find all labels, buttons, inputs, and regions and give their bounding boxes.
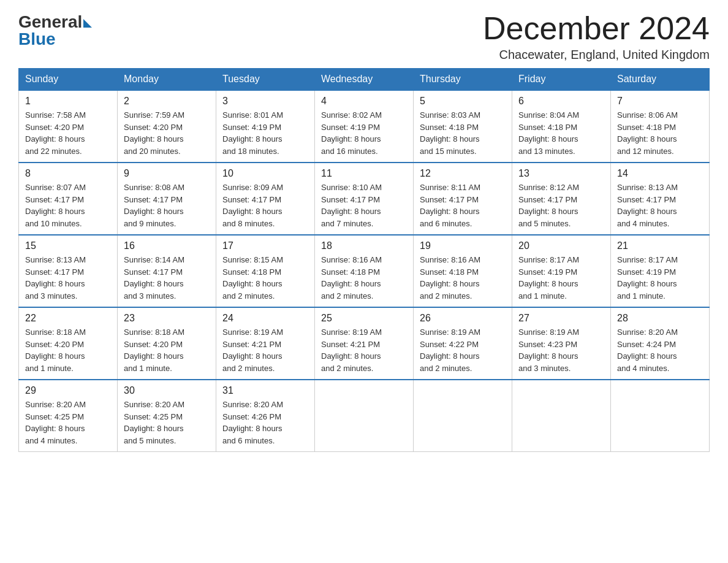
day-number: 17	[222, 240, 308, 251]
calendar-header-tuesday: Tuesday	[216, 69, 315, 91]
calendar-cell: 8Sunrise: 8:07 AMSunset: 4:17 PMDaylight…	[19, 163, 118, 235]
day-info: Sunrise: 8:18 AMSunset: 4:20 PMDaylight:…	[124, 326, 210, 374]
day-number: 2	[124, 96, 210, 107]
calendar-cell	[611, 380, 710, 452]
calendar-cell	[414, 380, 512, 452]
day-number: 19	[420, 240, 506, 251]
calendar-cell: 24Sunrise: 8:19 AMSunset: 4:21 PMDayligh…	[216, 307, 315, 380]
calendar-cell: 9Sunrise: 8:08 AMSunset: 4:17 PMDaylight…	[118, 163, 216, 235]
day-info: Sunrise: 8:19 AMSunset: 4:22 PMDaylight:…	[420, 326, 506, 374]
calendar-cell: 22Sunrise: 8:18 AMSunset: 4:20 PMDayligh…	[19, 307, 118, 380]
day-info: Sunrise: 8:20 AMSunset: 4:24 PMDaylight:…	[617, 326, 703, 374]
day-number: 29	[25, 385, 111, 396]
day-number: 24	[222, 313, 308, 324]
calendar-cell	[315, 380, 414, 452]
day-info: Sunrise: 8:06 AMSunset: 4:18 PMDaylight:…	[617, 109, 703, 157]
calendar-week-row: 29Sunrise: 8:20 AMSunset: 4:25 PMDayligh…	[19, 380, 710, 452]
day-number: 21	[617, 240, 703, 251]
calendar-header-wednesday: Wednesday	[315, 69, 414, 91]
day-number: 4	[321, 96, 407, 107]
day-info: Sunrise: 7:59 AMSunset: 4:20 PMDaylight:…	[124, 109, 210, 157]
calendar-cell: 30Sunrise: 8:20 AMSunset: 4:25 PMDayligh…	[118, 380, 216, 452]
day-info: Sunrise: 8:19 AMSunset: 4:23 PMDaylight:…	[518, 326, 604, 374]
day-number: 3	[222, 96, 308, 107]
calendar-cell: 15Sunrise: 8:13 AMSunset: 4:17 PMDayligh…	[19, 235, 118, 307]
day-number: 10	[222, 168, 308, 179]
calendar-cell: 12Sunrise: 8:11 AMSunset: 4:17 PMDayligh…	[414, 163, 512, 235]
day-number: 1	[25, 96, 111, 107]
day-info: Sunrise: 8:03 AMSunset: 4:18 PMDaylight:…	[420, 109, 506, 157]
calendar-week-row: 15Sunrise: 8:13 AMSunset: 4:17 PMDayligh…	[19, 235, 710, 307]
day-info: Sunrise: 8:16 AMSunset: 4:18 PMDaylight:…	[420, 254, 506, 302]
day-info: Sunrise: 8:08 AMSunset: 4:17 PMDaylight:…	[124, 182, 210, 229]
calendar-cell: 6Sunrise: 8:04 AMSunset: 4:18 PMDaylight…	[512, 90, 611, 163]
logo-arrow-icon	[83, 19, 92, 28]
calendar-cell: 5Sunrise: 8:03 AMSunset: 4:18 PMDaylight…	[414, 90, 512, 163]
calendar-cell: 16Sunrise: 8:14 AMSunset: 4:17 PMDayligh…	[118, 235, 216, 307]
calendar-cell: 7Sunrise: 8:06 AMSunset: 4:18 PMDaylight…	[611, 90, 710, 163]
day-info: Sunrise: 8:17 AMSunset: 4:19 PMDaylight:…	[617, 254, 703, 302]
logo-blue-text: Blue	[18, 29, 56, 49]
calendar-cell: 31Sunrise: 8:20 AMSunset: 4:26 PMDayligh…	[216, 380, 315, 452]
calendar-cell: 17Sunrise: 8:15 AMSunset: 4:18 PMDayligh…	[216, 235, 315, 307]
day-number: 5	[420, 96, 506, 107]
calendar-header-row: SundayMondayTuesdayWednesdayThursdayFrid…	[19, 69, 710, 91]
month-title: December 2024	[483, 12, 710, 44]
day-number: 7	[617, 96, 703, 107]
day-number: 8	[25, 168, 111, 179]
calendar-cell: 2Sunrise: 7:59 AMSunset: 4:20 PMDaylight…	[118, 90, 216, 163]
title-section: December 2024 Chacewater, England, Unite…	[483, 12, 710, 62]
calendar-header-friday: Friday	[512, 69, 611, 91]
calendar-header-saturday: Saturday	[611, 69, 710, 91]
calendar-cell	[512, 380, 611, 452]
calendar-cell: 14Sunrise: 8:13 AMSunset: 4:17 PMDayligh…	[611, 163, 710, 235]
day-number: 20	[518, 240, 604, 251]
day-info: Sunrise: 8:14 AMSunset: 4:17 PMDaylight:…	[124, 254, 210, 302]
day-info: Sunrise: 8:10 AMSunset: 4:17 PMDaylight:…	[321, 182, 407, 229]
day-number: 25	[321, 313, 407, 324]
calendar-cell: 11Sunrise: 8:10 AMSunset: 4:17 PMDayligh…	[315, 163, 414, 235]
day-info: Sunrise: 7:58 AMSunset: 4:20 PMDaylight:…	[25, 109, 111, 157]
logo: General Blue	[18, 12, 92, 49]
calendar-cell: 26Sunrise: 8:19 AMSunset: 4:22 PMDayligh…	[414, 307, 512, 380]
day-number: 13	[518, 168, 604, 179]
day-number: 11	[321, 168, 407, 179]
day-info: Sunrise: 8:18 AMSunset: 4:20 PMDaylight:…	[25, 326, 111, 374]
calendar-cell: 13Sunrise: 8:12 AMSunset: 4:17 PMDayligh…	[512, 163, 611, 235]
calendar-cell: 25Sunrise: 8:19 AMSunset: 4:21 PMDayligh…	[315, 307, 414, 380]
day-info: Sunrise: 8:20 AMSunset: 4:25 PMDaylight:…	[124, 399, 210, 446]
day-info: Sunrise: 8:19 AMSunset: 4:21 PMDaylight:…	[222, 326, 308, 374]
calendar-week-row: 8Sunrise: 8:07 AMSunset: 4:17 PMDaylight…	[19, 163, 710, 235]
calendar-cell: 1Sunrise: 7:58 AMSunset: 4:20 PMDaylight…	[19, 90, 118, 163]
calendar-week-row: 22Sunrise: 8:18 AMSunset: 4:20 PMDayligh…	[19, 307, 710, 380]
day-info: Sunrise: 8:13 AMSunset: 4:17 PMDaylight:…	[617, 182, 703, 229]
calendar-cell: 23Sunrise: 8:18 AMSunset: 4:20 PMDayligh…	[118, 307, 216, 380]
calendar-cell: 19Sunrise: 8:16 AMSunset: 4:18 PMDayligh…	[414, 235, 512, 307]
calendar-header-monday: Monday	[118, 69, 216, 91]
calendar-cell: 10Sunrise: 8:09 AMSunset: 4:17 PMDayligh…	[216, 163, 315, 235]
calendar-cell: 28Sunrise: 8:20 AMSunset: 4:24 PMDayligh…	[611, 307, 710, 380]
day-number: 31	[222, 385, 308, 396]
day-number: 18	[321, 240, 407, 251]
calendar-cell: 20Sunrise: 8:17 AMSunset: 4:19 PMDayligh…	[512, 235, 611, 307]
day-number: 6	[518, 96, 604, 107]
day-info: Sunrise: 8:16 AMSunset: 4:18 PMDaylight:…	[321, 254, 407, 302]
day-number: 9	[124, 168, 210, 179]
day-number: 12	[420, 168, 506, 179]
location-text: Chacewater, England, United Kingdom	[483, 48, 710, 62]
calendar-cell: 27Sunrise: 8:19 AMSunset: 4:23 PMDayligh…	[512, 307, 611, 380]
day-info: Sunrise: 8:17 AMSunset: 4:19 PMDaylight:…	[518, 254, 604, 302]
day-info: Sunrise: 8:04 AMSunset: 4:18 PMDaylight:…	[518, 109, 604, 157]
day-info: Sunrise: 8:19 AMSunset: 4:21 PMDaylight:…	[321, 326, 407, 374]
day-number: 16	[124, 240, 210, 251]
day-number: 27	[518, 313, 604, 324]
day-info: Sunrise: 8:12 AMSunset: 4:17 PMDaylight:…	[518, 182, 604, 229]
calendar-cell: 21Sunrise: 8:17 AMSunset: 4:19 PMDayligh…	[611, 235, 710, 307]
day-info: Sunrise: 8:15 AMSunset: 4:18 PMDaylight:…	[222, 254, 308, 302]
day-info: Sunrise: 8:20 AMSunset: 4:26 PMDaylight:…	[222, 399, 308, 446]
calendar-header-thursday: Thursday	[414, 69, 512, 91]
day-number: 22	[25, 313, 111, 324]
day-number: 30	[124, 385, 210, 396]
calendar-cell: 3Sunrise: 8:01 AMSunset: 4:19 PMDaylight…	[216, 90, 315, 163]
day-info: Sunrise: 8:13 AMSunset: 4:17 PMDaylight:…	[25, 254, 111, 302]
